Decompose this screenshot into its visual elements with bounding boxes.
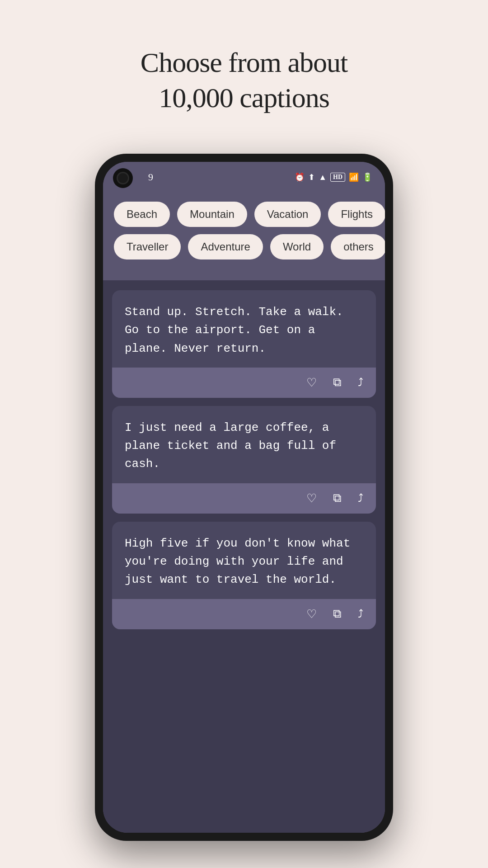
caption-text-3: High five if you don't know what you're …	[112, 522, 376, 599]
chip-others[interactable]: others	[331, 234, 385, 259]
like-button-2[interactable]	[306, 491, 317, 505]
data-icon: ⬆	[308, 172, 315, 182]
chips-row-2: Traveller Adventure World others	[114, 234, 374, 259]
chip-beach[interactable]: Beach	[114, 202, 170, 227]
caption-card-2: I just need a large coffee, a plane tick…	[112, 406, 376, 514]
caption-actions-1	[112, 368, 376, 398]
caption-actions-3	[112, 599, 376, 629]
page-title: Choose from about 10,000 captions	[0, 0, 488, 115]
chip-traveller[interactable]: Traveller	[114, 234, 181, 259]
like-button-3[interactable]	[306, 607, 317, 621]
wifi-icon: ▲	[319, 173, 327, 182]
like-button-1[interactable]	[306, 376, 317, 390]
status-icons: ⏰ ⬆ ▲ HD 📶 🔋	[295, 172, 372, 182]
alarm-icon: ⏰	[295, 172, 305, 182]
share-button-1[interactable]	[358, 376, 363, 389]
chip-world[interactable]: World	[270, 234, 324, 259]
status-bar: 9 ⏰ ⬆ ▲ HD 📶 🔋	[103, 162, 385, 193]
camera-cutout	[113, 168, 133, 188]
copy-button-2[interactable]	[333, 491, 342, 505]
caption-actions-2	[112, 483, 376, 514]
caption-text-2: I just need a large coffee, a plane tick…	[112, 406, 376, 483]
caption-text-1: Stand up. Stretch. Take a walk. Go to th…	[112, 290, 376, 368]
signal-icon: 📶	[349, 172, 359, 182]
chip-vacation[interactable]: Vacation	[254, 202, 321, 227]
copy-button-1[interactable]	[333, 376, 342, 389]
camera-lens	[117, 172, 129, 184]
caption-card-3: High five if you don't know what you're …	[112, 522, 376, 629]
caption-card-1: Stand up. Stretch. Take a walk. Go to th…	[112, 290, 376, 398]
battery-icon: 🔋	[362, 172, 372, 182]
chip-adventure[interactable]: Adventure	[188, 234, 263, 259]
chip-mountain[interactable]: Mountain	[177, 202, 247, 227]
status-time: 9	[148, 171, 153, 183]
chip-flights[interactable]: Flights	[328, 202, 385, 227]
copy-button-3[interactable]	[333, 607, 342, 621]
share-button-3[interactable]	[358, 607, 363, 621]
phone-screen: 9 ⏰ ⬆ ▲ HD 📶 🔋 Beach Mountain Vacation F…	[103, 162, 385, 833]
chips-row-1: Beach Mountain Vacation Flights	[114, 202, 374, 227]
hd-badge: HD	[330, 173, 345, 182]
phone-shell: 9 ⏰ ⬆ ▲ HD 📶 🔋 Beach Mountain Vacation F…	[95, 154, 393, 841]
share-button-2[interactable]	[358, 491, 363, 505]
chips-section: Beach Mountain Vacation Flights Travelle…	[103, 193, 385, 280]
content-scroll: Stand up. Stretch. Take a walk. Go to th…	[103, 280, 385, 833]
